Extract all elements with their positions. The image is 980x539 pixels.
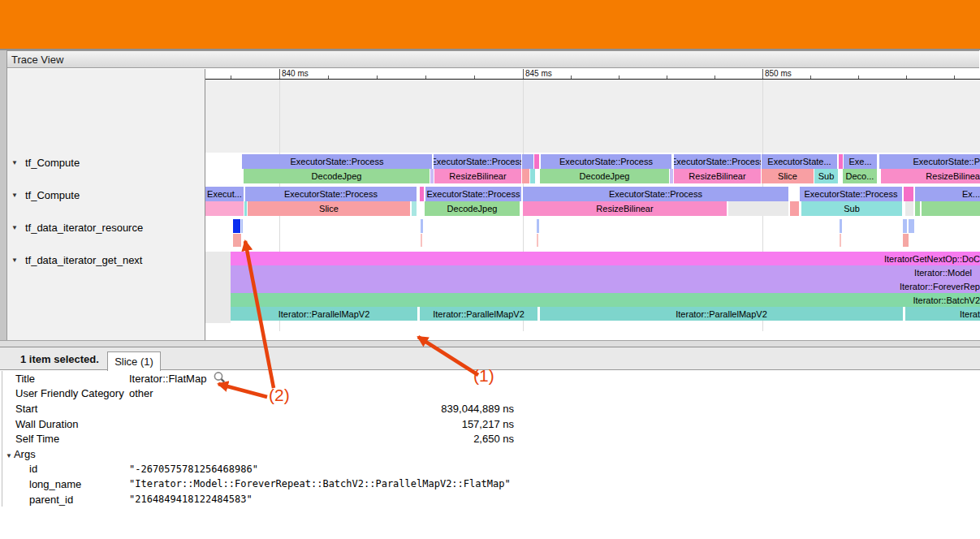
trace-slice[interactable]: DecodeJpeg <box>425 201 520 216</box>
trace-slice[interactable]: Iterator::Model <box>231 265 980 279</box>
track-label-1[interactable]: ▼tf_Compute <box>11 188 80 201</box>
trace-slice[interactable]: Exe... <box>844 154 877 169</box>
horizontal-splitter[interactable] <box>0 340 980 347</box>
trace-slice[interactable]: ExecutorState::Process <box>425 187 521 201</box>
trace-slice[interactable]: Iterator::ParallelMapV2 <box>420 307 537 321</box>
getnext-row-1: IteratorGetNextOp::DoC <box>205 252 980 265</box>
trace-slice[interactable] <box>839 154 843 169</box>
tab-slice[interactable]: Slice (1) <box>107 351 161 371</box>
track-label-text: tf_data_iterator_resource <box>25 222 143 234</box>
trace-slice[interactable]: ExecutorState::Process <box>523 187 788 201</box>
detail-label: parent_id <box>2 494 125 506</box>
ruler-tick-minor <box>810 75 811 79</box>
trace-slice[interactable] <box>903 234 909 247</box>
track-label-text: tf_data_iterator_get_next <box>25 254 143 266</box>
trace-slice[interactable] <box>904 187 913 201</box>
trace-slice[interactable] <box>430 169 434 183</box>
trace-slice[interactable]: Sub <box>801 201 902 216</box>
trace-slice[interactable]: Slice <box>248 201 410 216</box>
trace-slice[interactable]: Iterator::ParallelMapV2 <box>540 307 903 321</box>
trace-slice[interactable] <box>205 201 244 216</box>
compute1-op-row: DecodeJpegResizeBilinearDecodeJpegResize… <box>205 169 980 183</box>
trace-slice[interactable]: Iterator::BatchV2 <box>231 293 980 307</box>
trace-slice[interactable]: Slice <box>762 169 814 183</box>
track-label-3[interactable]: ▼tf_data_iterator_get_next <box>11 253 142 266</box>
detail-value: 839,044,889 ns <box>129 403 514 415</box>
trace-slice[interactable] <box>840 234 841 247</box>
trace-slice[interactable]: DecodeJpeg <box>540 169 669 183</box>
trace-slice[interactable]: Execut... <box>205 187 244 201</box>
trace-slice[interactable] <box>909 219 914 233</box>
selected-trace-slice[interactable] <box>233 219 240 233</box>
detail-row-args: ▼Args <box>2 446 977 462</box>
trace-slice[interactable] <box>522 169 529 183</box>
ruler-tick-major <box>762 69 763 79</box>
trace-slice[interactable] <box>421 219 423 233</box>
trace-slice[interactable] <box>420 187 424 201</box>
trace-slice[interactable]: ResizeBilinear <box>523 201 727 216</box>
trace-slice[interactable]: DecodeJpeg <box>244 169 430 183</box>
trace-slice[interactable]: IteratorGetNextOp::DoC <box>231 252 980 265</box>
trace-slice[interactable] <box>233 234 241 247</box>
trace-slice[interactable]: Iterator::ForeverRep <box>231 279 980 293</box>
track-label-2[interactable]: ▼tf_data_iterator_resource <box>11 221 143 234</box>
trace-slice[interactable] <box>241 219 243 233</box>
trace-slice[interactable] <box>670 169 673 183</box>
ruler-tick-minor <box>328 75 329 79</box>
args-collapse-triangle-icon[interactable]: ▼ <box>6 452 12 459</box>
trace-slice[interactable]: ExecutorState... <box>762 154 837 169</box>
trace-slice[interactable] <box>905 201 913 216</box>
track-label-0[interactable]: ▼tf_Compute <box>11 156 80 169</box>
ruler-tick-label: 840 ms <box>282 69 309 78</box>
detail-row-long-name: long_name"Iterator::Model::ForeverRepeat… <box>2 476 977 492</box>
trace-slice[interactable] <box>903 219 907 233</box>
trace-slice[interactable]: Iterator::ParallelMapV2 <box>231 307 417 321</box>
trace-slice[interactable] <box>534 154 539 169</box>
trace-slice[interactable]: Ex... <box>915 187 980 201</box>
trace-slice[interactable]: ExecutorState::P <box>879 154 980 169</box>
ruler-tick-minor <box>231 75 231 79</box>
trace-slice[interactable]: ExecutorState::Process <box>245 187 417 201</box>
collapse-triangle-icon: ▼ <box>11 224 18 231</box>
timeline: 840 ms845 ms850 ms ExecutorState::Proces… <box>205 69 980 340</box>
getnext-row-3: Iterator::ForeverRep <box>205 279 980 293</box>
trace-slice[interactable]: ExecutorState::Process <box>541 154 671 169</box>
ruler-tick-label: 845 ms <box>525 69 552 78</box>
trace-slice[interactable]: Sub <box>814 169 838 183</box>
magnifier-icon[interactable] <box>213 371 226 386</box>
trace-slice[interactable] <box>840 219 842 233</box>
ruler-tick-minor <box>425 75 426 79</box>
trace-slice[interactable] <box>537 219 539 233</box>
trace-slice[interactable] <box>922 201 980 216</box>
trace-slice[interactable] <box>530 169 535 183</box>
trace-slice[interactable] <box>728 201 788 216</box>
trace-slice[interactable]: ExecutorState::Process <box>434 154 521 169</box>
trace-slice[interactable] <box>244 201 247 216</box>
trace-canvas: ExecutorState::ProcessExecutorState::Pro… <box>205 80 980 340</box>
trace-slice[interactable] <box>537 234 538 247</box>
trace-slice[interactable] <box>915 201 920 216</box>
detail-row-self-time: Self Time2,650 ns <box>2 431 977 446</box>
detail-row-id: id"-2670575781256468986" <box>2 462 977 477</box>
trace-slice[interactable]: ExecutorState::Process <box>674 154 761 169</box>
left-edge-strip <box>0 50 7 340</box>
trace-slice[interactable]: Deco... <box>843 169 877 183</box>
trace-slice[interactable]: ResizeBilinear <box>434 169 521 183</box>
trace-slice[interactable]: ExecutorState::Process <box>800 187 902 201</box>
trace-slice[interactable] <box>522 154 533 169</box>
args-group-label[interactable]: ▼Args <box>2 448 125 460</box>
trace-slice[interactable]: ExecutorState::Process <box>242 154 432 169</box>
trace-slice[interactable]: ResizeBilinear <box>674 169 761 183</box>
detail-row-parent-id: parent_id"2164849418122484583" <box>2 492 977 507</box>
detail-label: User Friendly Category <box>2 387 125 399</box>
trace-slice[interactable] <box>790 201 799 216</box>
trace-slice[interactable] <box>412 201 417 216</box>
trace-slice[interactable] <box>421 234 422 247</box>
trace-slice[interactable]: Iterat <box>905 307 980 321</box>
detail-label: Title <box>2 373 125 385</box>
ruler-tick-minor <box>667 75 667 79</box>
detail-value: 2,650 ns <box>129 433 514 445</box>
trace-slice[interactable]: ResizeBilinea <box>881 169 980 183</box>
detail-label: Wall Duration <box>2 418 125 430</box>
compute1-executor-row: ExecutorState::ProcessExecutorState::Pro… <box>205 154 980 169</box>
